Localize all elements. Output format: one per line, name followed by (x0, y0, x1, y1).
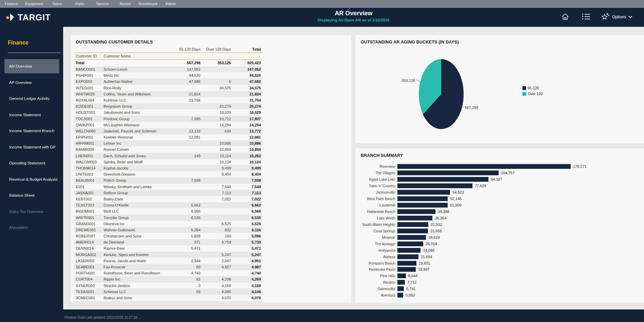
bar-coral-springs[interactable] (397, 229, 428, 233)
sidebar-item-balance-sheet[interactable]: Balance Sheet (4, 188, 59, 202)
table-row[interactable]: WACOM003Spinka, Beier and Wolff10,12410,… (74, 159, 263, 165)
table-row[interactable]: THOMA014Kuphal-Jacobs9,4999,499 (74, 165, 263, 171)
table-row[interactable]: GRAND001Okuneva Inc6,5256,525 (74, 221, 263, 227)
table-row[interactable]: E001Wisoky, Smitham and Lemke7,5497,549 (74, 184, 263, 190)
table-row[interactable]: AMERI014de Deerland9714,7595,730 (74, 239, 263, 245)
table-row[interactable]: EPIPH001Keebler-Weissnat12,88112,881 (74, 134, 263, 140)
table-row[interactable]: MORGA002Kerluke, Sipes and Keebler5,2475… (74, 252, 263, 258)
bar-hollywood[interactable] (397, 248, 421, 253)
bar-value-label: 8,644 (408, 274, 418, 278)
sidebar-item-ar-overview[interactable]: AR Overview (4, 59, 59, 73)
top-nav-item-rental[interactable]: Rental (114, 0, 137, 8)
table-row[interactable]: WHITM025Collins, Veum and Wilkinson21,82… (74, 91, 263, 97)
bar-lauderhill[interactable] (397, 203, 448, 208)
table-row[interactable]: PORTH001Runolfsson, Beier and Runolfsson… (74, 270, 263, 276)
table-row[interactable]: DREWE001Wehner-Gutkowski5,2848326,116 (74, 227, 263, 233)
table-row[interactable]: BANCO001Schoen-Lesch147,052147,052 (74, 66, 263, 72)
bar-miramar[interactable] (397, 235, 426, 240)
table-row[interactable]: 810DE001Bergnaum Group20,27420,274 (74, 103, 263, 109)
table-row[interactable]: BEAUB001Pollich Group7,9387,938 (74, 177, 263, 183)
column-header-customer-id[interactable]: Customer ID (74, 53, 104, 59)
cell-customer-name: Dach, Schulist and Jones (104, 153, 168, 159)
table-row[interactable]: WRITR001Turcotte Group6,5356,535 (74, 215, 263, 221)
table-row[interactable]: PSHIP001Mertz Inc94,52094,520 (74, 72, 263, 78)
sidebar-item-revenue-budget-analysis[interactable]: Revenue & Budget Analysis (4, 172, 59, 186)
bar-pembroke-pines[interactable] (397, 267, 416, 272)
bar-gainesville[interactable] (397, 286, 404, 291)
sidebar-item-ap-overview[interactable]: AP Overview (4, 75, 59, 90)
bar-hallandale-beach[interactable] (397, 209, 435, 214)
bar-weston[interactable] (397, 280, 405, 285)
cell-over-120 (200, 91, 231, 97)
table-row[interactable]: RAMIR005Renner-Corwin10,85410,854 (74, 146, 263, 153)
top-nav-item-equipment[interactable]: Equipment (23, 0, 46, 8)
sidebar-item-operating-statement[interactable]: Operating Statement (4, 156, 59, 170)
table-row[interactable]: INTEG001Rice-Reilly34,57534,575 (74, 85, 263, 91)
table-row[interactable]: CORT004Rippin Inc634,2064,269 (74, 276, 263, 282)
bar-aventura[interactable] (397, 293, 403, 298)
sidebar-item-income-statement-branch[interactable]: Income Statement Branch (4, 124, 59, 138)
bar-the-acreage[interactable] (397, 242, 423, 246)
cell-91-120: 6,535 (168, 215, 200, 221)
bar-pompano-beach[interactable] (397, 261, 416, 266)
table-row[interactable]: TEXST003Crona-O'Keefe6,6626,662 (74, 202, 263, 208)
top-nav-item-benchmark[interactable]: Benchmark (137, 0, 159, 8)
bar-lake-worth[interactable] (397, 216, 432, 220)
table-row[interactable]: JASKA001Rolfson Group7,1137,113 (74, 190, 263, 196)
sidebar-item-income-statement-with-gp[interactable]: Income Statement with GP (4, 140, 59, 154)
top-nav-item-sales[interactable]: Sales (46, 0, 68, 8)
sort-descending-icon[interactable]: ↓ (231, 53, 263, 59)
options-menu[interactable]: Options (601, 13, 632, 21)
top-nav-item-admin[interactable]: Admin (159, 0, 182, 8)
pie[interactable] (419, 59, 464, 129)
bar-pine-hills[interactable] (397, 273, 406, 278)
bar-riverview[interactable] (397, 164, 571, 169)
sidebar-item-income-statement[interactable]: Income Statement (4, 108, 59, 122)
table-row[interactable]: 44FRM001Lehner Inc10,88610,886 (74, 140, 263, 146)
table-row[interactable]: TEXAS021Schinner LLC594,0854,145 (74, 289, 263, 295)
total-total: 920,423 (231, 60, 263, 66)
table-row[interactable]: ROYAL004Kuhlman LLC21,70421,704 (74, 97, 263, 103)
bar-the-villages[interactable] (397, 171, 499, 175)
table-row[interactable]: LHEIN001Dach, Schulist and Jones14910,11… (74, 153, 263, 159)
bar-jacksonville[interactable] (397, 190, 450, 195)
customer-table-body: BANCO001Schoen-Lesch147,052147,052PSHIP0… (74, 66, 263, 303)
home-icon[interactable] (561, 13, 569, 22)
legend-item-over-120[interactable]: Over 120 (522, 92, 542, 96)
sidebar-item-general-ledger-activity[interactable]: General Ledger Activity (4, 91, 59, 106)
table-row[interactable]: SYNER002Stracke-Jenkins04,1584,158 (74, 283, 263, 289)
table-row[interactable]: SEABE001Fay-Kovacek604,9274,987 (74, 264, 263, 270)
legend-item-91-120[interactable]: 91-120 (522, 86, 542, 90)
bar-egypt-lake-leto[interactable] (397, 177, 488, 182)
cell-91-120: 147,052 (168, 66, 200, 72)
table-row[interactable]: LASER002Pouros, Jacobi and Huels2,9442,0… (74, 258, 263, 264)
column-header-total[interactable]: Total (231, 47, 263, 52)
table-row[interactable]: ROBER187Christiansen and Sons5,8281695,9… (74, 233, 263, 239)
table-row[interactable]: UNITE002Greenholt-Gleason8,4048,404 (74, 171, 263, 177)
top-nav-item-finance[interactable]: Finance (0, 0, 23, 8)
table-row[interactable]: HOUST001Jakubowski and Sons18,02918,029 (74, 109, 263, 115)
bar-town-n-country[interactable] (397, 183, 472, 188)
sidebar-item-absorption[interactable]: Absorption (4, 220, 59, 235)
table-row[interactable]: TDCJI001Predovic Group7,09510,71217,807 (74, 116, 263, 122)
table-row[interactable]: DENNI014Raynor-Beer5,4715,471 (74, 245, 263, 251)
bar-alafaya[interactable] (397, 254, 418, 259)
table-row[interactable]: 3CMEC001Brakus and Sons4,0704,070 (74, 295, 263, 301)
top-nav-item-parts[interactable]: Parts (68, 0, 91, 8)
table-row[interactable]: BIGDM001Wolf LLC6,5666,566 (74, 208, 263, 214)
cell-total: 4,269 (231, 276, 263, 282)
column-header-over-120-days[interactable]: Over 120 Days (200, 47, 231, 52)
menu-list-icon[interactable] (582, 14, 590, 19)
table-total-row: Total 567,298 353,126 920,423 (74, 60, 263, 66)
table-row[interactable]: KENT002Bailey-Dare7,0227,022 (74, 196, 263, 202)
column-header-91-120-days[interactable]: 91-120 Days (168, 47, 200, 52)
table-row[interactable]: WELCH050Jaskolski, Paucek and Schinner13… (74, 128, 263, 134)
table-row[interactable]: EXPO002Aufderhar-Walker47,686647,692 (74, 78, 263, 85)
cell-total: 5,247 (231, 252, 263, 258)
bar-south-miami-heights[interactable] (397, 222, 428, 227)
sidebar-item-sales-tax-overview[interactable]: Sales Tax Overview (4, 204, 59, 219)
column-header-customer-name[interactable]: Customer Name (104, 53, 168, 59)
table-row[interactable]: QWIKP001McLaughlin-Weimann14,29414,294 (74, 122, 263, 128)
top-nav-item-service[interactable]: Service (91, 0, 114, 8)
bar-west-palm-beach[interactable] (397, 196, 448, 201)
